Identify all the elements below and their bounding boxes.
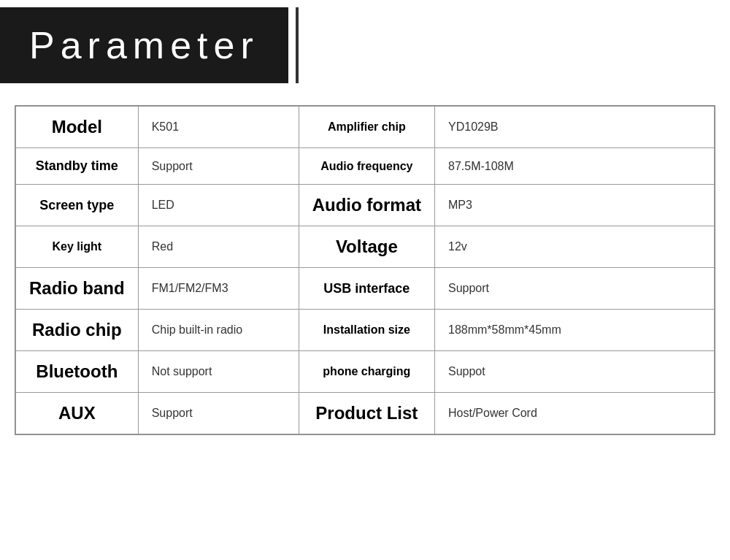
- right-label-cell: Voltage: [299, 226, 434, 268]
- left-label-cell: Standby time: [16, 148, 139, 185]
- right-value-cell: YD1029B: [435, 107, 715, 148]
- left-label-cell: Radio chip: [16, 310, 139, 351]
- right-value-cell: 188mm*58mm*45mm: [435, 310, 715, 351]
- table-row: Key light Red Voltage 12v: [16, 226, 715, 268]
- left-value-cell: LED: [138, 185, 299, 226]
- left-value-cell: Chip built-in radio: [138, 310, 299, 351]
- right-value-cell: 12v: [435, 226, 715, 268]
- table-row: Radio band FM1/FM2/FM3 USB interface Sup…: [16, 268, 715, 310]
- left-label-cell: Screen type: [16, 185, 139, 226]
- right-label-cell: Installation size: [299, 310, 434, 351]
- right-value-cell: 87.5M-108M: [435, 148, 715, 185]
- right-value-cell: Host/Power Cord: [435, 393, 715, 434]
- page-title: Parameter: [29, 23, 259, 67]
- left-label-cell: AUX: [16, 393, 139, 434]
- left-value-cell: Support: [138, 148, 299, 185]
- table-row: Bluetooth Not support phone charging Sup…: [16, 351, 715, 393]
- header-section: Parameter: [0, 7, 730, 83]
- parameter-table: Model K501 Amplifier chip YD1029B Standb…: [15, 106, 715, 434]
- right-label-cell: phone charging: [299, 351, 434, 393]
- left-value-cell: Red: [138, 226, 299, 268]
- left-label-cell: Radio band: [16, 268, 139, 310]
- right-label-cell: USB interface: [299, 268, 434, 310]
- right-label-cell: Audio frequency: [299, 148, 434, 185]
- left-value-cell: K501: [138, 107, 299, 148]
- left-label-cell: Model: [16, 107, 139, 148]
- right-label-cell: Amplifier chip: [299, 107, 434, 148]
- table-row: AUX Support Product List Host/Power Cord: [16, 393, 715, 434]
- right-label-cell: Audio format: [299, 185, 434, 226]
- left-value-cell: FM1/FM2/FM3: [138, 268, 299, 310]
- header-divider: [296, 7, 299, 83]
- table-row: Model K501 Amplifier chip YD1029B: [16, 107, 715, 148]
- left-label-cell: Key light: [16, 226, 139, 268]
- table-row: Radio chip Chip built-in radio Installat…: [16, 310, 715, 351]
- parameter-table-container: Model K501 Amplifier chip YD1029B Standb…: [15, 105, 715, 435]
- right-value-cell: Suppot: [435, 351, 715, 393]
- right-label-cell: Product List: [299, 393, 434, 434]
- right-value-cell: MP3: [435, 185, 715, 226]
- table-row: Screen type LED Audio format MP3: [16, 185, 715, 226]
- header-black-box: Parameter: [0, 7, 288, 83]
- left-value-cell: Support: [138, 393, 299, 434]
- right-value-cell: Support: [435, 268, 715, 310]
- left-value-cell: Not support: [138, 351, 299, 393]
- table-row: Standby time Support Audio frequency 87.…: [16, 148, 715, 185]
- left-label-cell: Bluetooth: [16, 351, 139, 393]
